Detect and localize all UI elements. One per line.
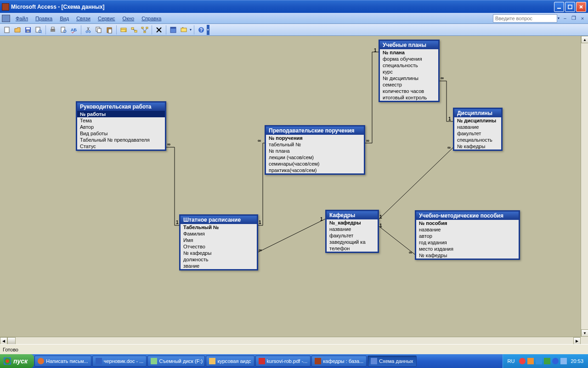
taskbar-item-folder[interactable]: курсовая аидс: [206, 356, 254, 367]
tray-icon[interactable]: [560, 358, 567, 364]
menu-window[interactable]: Окно: [119, 14, 138, 23]
tray-icon[interactable]: [527, 358, 534, 364]
start-button[interactable]: пуск: [0, 354, 34, 368]
close-button[interactable]: [576, 2, 586, 12]
status-bar: Готово: [0, 344, 588, 354]
svg-rect-4: [5, 27, 9, 33]
app-menu-icon[interactable]: [2, 15, 10, 22]
show-direct-button[interactable]: [129, 25, 139, 35]
mdi-restore[interactable]: ❐: [570, 15, 577, 22]
tray-icon[interactable]: [519, 358, 526, 364]
system-tray[interactable]: RU 20:53: [503, 354, 588, 368]
table-rukovod[interactable]: Руководительская работа № работы Тема Ав…: [76, 101, 166, 151]
svg-rect-7: [27, 30, 29, 32]
copy-button[interactable]: [94, 25, 104, 35]
save-button[interactable]: [23, 25, 33, 35]
svg-rect-23: [108, 29, 112, 33]
taskbar-item-drive[interactable]: Съемный диск (F:): [147, 356, 205, 367]
svg-line-10: [41, 32, 42, 33]
svg-rect-12: [51, 27, 54, 29]
taskbar-item-word[interactable]: черновик.doc - ...: [92, 356, 147, 367]
new-object-dropdown[interactable]: ▼: [189, 25, 192, 35]
paste-button[interactable]: [104, 25, 114, 35]
menu-relations[interactable]: Связи: [73, 14, 94, 23]
new-object-button[interactable]: [179, 25, 189, 35]
table-disc[interactable]: Дисциплины № дисциплины название факульт…: [453, 108, 503, 151]
scroll-thumb[interactable]: [7, 337, 16, 345]
table-posob[interactable]: Учебно-методические пособия № пособия на…: [415, 210, 520, 260]
tray-icon[interactable]: [536, 358, 542, 364]
svg-text:?: ?: [200, 28, 203, 33]
svg-line-33: [142, 29, 145, 31]
language-indicator[interactable]: RU: [508, 358, 515, 364]
tray-icon[interactable]: [544, 358, 550, 364]
cut-button[interactable]: [83, 25, 93, 35]
svg-line-34: [145, 29, 147, 31]
windows-logo-icon: [4, 357, 11, 365]
menu-service[interactable]: Сервис: [94, 14, 119, 23]
new-button[interactable]: [2, 25, 12, 35]
clock[interactable]: 20:53: [571, 358, 583, 364]
menu-view[interactable]: Вид: [56, 14, 73, 23]
open-button[interactable]: [12, 25, 23, 35]
scroll-right-button[interactable]: ▶: [573, 337, 581, 345]
svg-text:AБ: AБ: [71, 28, 77, 32]
svg-rect-28: [135, 30, 137, 32]
help-dropdown[interactable]: ▼: [557, 13, 560, 23]
mdi-minimize[interactable]: −: [561, 15, 569, 22]
delete-button[interactable]: [154, 25, 164, 35]
svg-point-19: [89, 31, 90, 33]
svg-point-18: [86, 31, 88, 33]
scroll-up-button[interactable]: ▲: [581, 36, 588, 43]
tray-icon[interactable]: [552, 358, 559, 364]
table-staff[interactable]: Штатное расписание Табельный № Фамилия И…: [179, 214, 258, 270]
file-search-button[interactable]: [34, 25, 44, 35]
taskbar: пуск Написать письм... черновик.doc - ..…: [0, 354, 588, 368]
svg-rect-21: [97, 29, 101, 33]
table-kafedry[interactable]: Кафедры №_кафедры название факультет зав…: [325, 210, 379, 253]
minimize-button[interactable]: [554, 2, 564, 12]
show-table-button[interactable]: +: [119, 25, 129, 35]
print-button[interactable]: [48, 25, 58, 35]
taskbar-item-firefox[interactable]: Написать письм...: [34, 356, 91, 367]
scroll-left-button[interactable]: ◀: [0, 337, 7, 345]
toolbar: AБ + ▼ ? ▾: [0, 24, 588, 36]
svg-rect-13: [61, 27, 65, 32]
maximize-button[interactable]: [565, 2, 575, 12]
menu-edit[interactable]: Правка: [32, 14, 56, 23]
horizontal-scrollbar[interactable]: ◀ ▶: [0, 337, 581, 344]
menu-help[interactable]: Справка: [138, 14, 165, 23]
spelling-button[interactable]: AБ: [69, 25, 79, 35]
relationship-lines: [0, 36, 588, 337]
toolbar-options[interactable]: ▾: [207, 25, 209, 35]
status-text: Готово: [3, 347, 18, 352]
title-bar: Microsoft Access - [Схема данных]: [0, 0, 588, 13]
table-uplan[interactable]: Учебные планы № плана форма обучения спе…: [379, 40, 440, 102]
mdi-close[interactable]: ×: [579, 15, 586, 22]
svg-rect-6: [26, 28, 30, 29]
svg-rect-39: [181, 28, 187, 32]
svg-rect-11: [51, 29, 55, 32]
menu-file[interactable]: Файл: [12, 14, 32, 23]
app-icon: [2, 3, 9, 11]
taskbar-item-pdf[interactable]: kursovi-rob.pdf -...: [255, 356, 311, 367]
show-all-button[interactable]: [140, 25, 150, 35]
scroll-down-button[interactable]: ▼: [581, 329, 588, 337]
help-button[interactable]: ?: [196, 25, 206, 35]
svg-rect-38: [170, 27, 176, 29]
vertical-scrollbar[interactable]: ▲ ▼: [581, 36, 588, 337]
print-preview-button[interactable]: [58, 25, 68, 35]
svg-text:+: +: [124, 29, 127, 34]
relationships-canvas[interactable]: ∞ 1 1 ∞ ∞ 1 ∞ 1 ∞ 1 1 ∞ 1 ∞ Руководитель…: [0, 36, 588, 337]
db-window-button[interactable]: [168, 25, 178, 35]
svg-rect-27: [131, 28, 134, 29]
svg-rect-0: [557, 8, 561, 9]
taskbar-item-access[interactable]: кафедры : база...: [311, 356, 367, 367]
menu-bar: Файл Правка Вид Связи Сервис Окно Справк…: [0, 13, 588, 24]
svg-line-29: [133, 29, 136, 30]
svg-rect-40: [182, 27, 183, 28]
taskbar-item-schema[interactable]: Схема данных: [368, 356, 416, 367]
table-prep[interactable]: Преподавательские поручения № поручения …: [265, 125, 365, 175]
svg-rect-31: [146, 27, 148, 29]
ask-question-input[interactable]: [493, 14, 557, 23]
